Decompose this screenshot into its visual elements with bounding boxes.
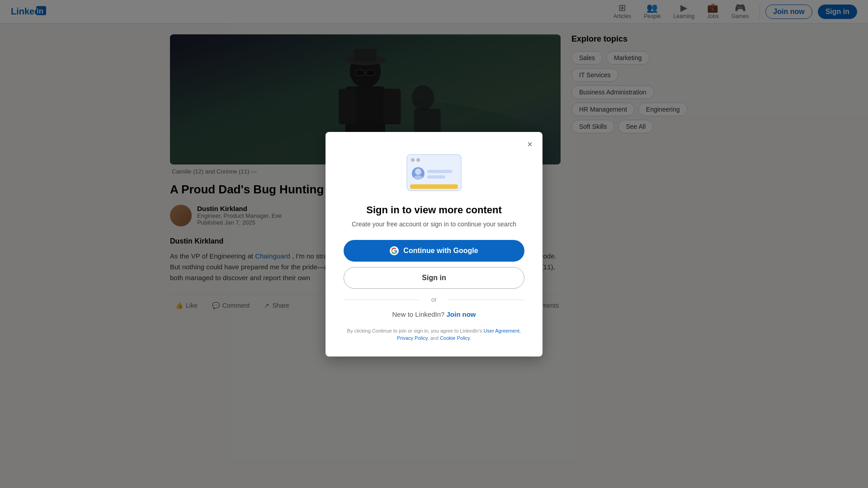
user-agreement-link[interactable]: User Agreement xyxy=(484,328,519,333)
google-button-label: Continue with Google xyxy=(403,247,478,255)
svg-point-18 xyxy=(416,158,420,162)
modal-illustration xyxy=(344,150,524,195)
svg-rect-23 xyxy=(427,175,445,178)
signin-modal: × xyxy=(326,132,542,357)
modal-overlay: × xyxy=(0,0,868,488)
modal-close-button[interactable]: × xyxy=(523,137,537,152)
svg-point-21 xyxy=(414,175,423,181)
modal-or-divider: or xyxy=(344,296,524,303)
cookie-policy-link[interactable]: Cookie Policy xyxy=(440,335,470,341)
signin-modal-button[interactable]: Sign in xyxy=(344,267,524,289)
svg-point-17 xyxy=(411,158,415,162)
svg-rect-24 xyxy=(410,184,458,189)
modal-subtitle: Create your free account or sign in to c… xyxy=(344,220,524,229)
modal-illus-svg xyxy=(405,150,463,195)
modal-title: Sign in to view more content xyxy=(344,204,524,216)
svg-point-20 xyxy=(415,169,421,175)
svg-rect-22 xyxy=(427,170,452,173)
modal-join-link[interactable]: Join now xyxy=(447,310,476,318)
modal-join-prompt: New to LinkedIn? xyxy=(392,310,444,318)
modal-legal-text: By clicking Continue to join or sign in,… xyxy=(344,327,524,342)
privacy-policy-link[interactable]: Privacy Policy xyxy=(397,335,428,341)
google-icon xyxy=(390,246,399,255)
continue-with-google-button[interactable]: Continue with Google xyxy=(344,240,524,262)
modal-join-text: New to LinkedIn? Join now xyxy=(344,310,524,318)
